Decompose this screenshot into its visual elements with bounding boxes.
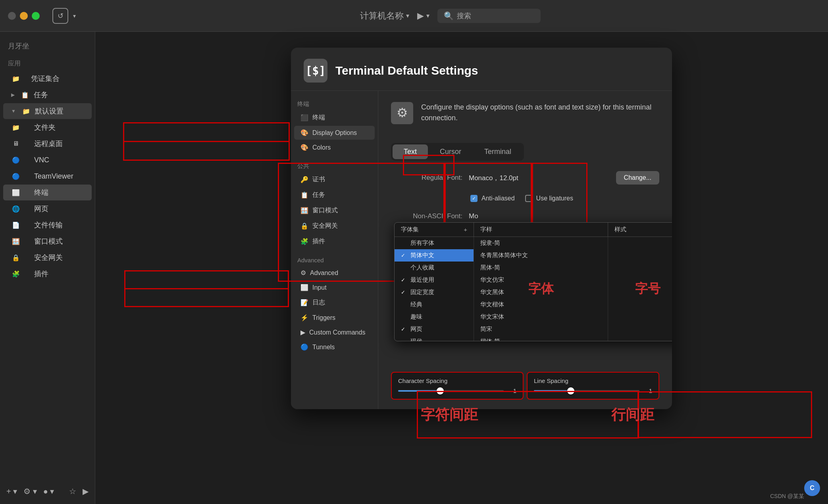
tasks2-icon: 📋 [300, 191, 308, 199]
fp-header-type: 样式 [608, 223, 672, 237]
traffic-lights [8, 12, 40, 20]
sidebar-item-web[interactable]: 🌐 网页 [3, 201, 92, 217]
sidebar-item-credentials[interactable]: 📁 凭证集合 [3, 71, 92, 87]
inner-item-advanced[interactable]: ⚙ Advanced [294, 266, 375, 280]
defaults-icon: 📁 [21, 106, 31, 116]
sidebar-section-apps: 应用 [0, 56, 95, 70]
inner-item-tunnels[interactable]: 🔵 Tunnels [294, 340, 375, 354]
search-bar[interactable]: 🔍 搜索 [437, 9, 541, 23]
window-mode-icon: 🪟 [11, 237, 21, 246]
font-picker-body: 所有字体 ✓ 简体中文 个人收藏 ✓ [395, 237, 672, 341]
window2-icon: 🪟 [300, 207, 308, 214]
sidebar-item-plugins[interactable]: 🧩 插件 [3, 266, 92, 282]
inner-item-triggers[interactable]: ⚡ Triggers [294, 311, 375, 325]
fp-group-classic[interactable]: 经典 [395, 298, 474, 311]
inner-item-terminal[interactable]: ⬛ 终端 [294, 110, 375, 125]
fp-font-baoli[interactable]: 报隶-简 [474, 237, 608, 249]
play-button[interactable]: ▶▾ [417, 11, 429, 21]
computer-name[interactable]: 计算机名称 ▾ [360, 10, 409, 22]
fp-group-fixed-width[interactable]: ✓ 固定宽度 [395, 286, 474, 298]
fp-font-fangsong[interactable]: 华文仿宋 [474, 274, 608, 286]
use-ligatures-label: Use ligatures [536, 195, 573, 202]
regular-font-row: Regular Font: Monaco，12.0pt Change... [391, 169, 659, 187]
line-spacing-thumb[interactable] [567, 387, 574, 394]
regular-font-label: Regular Font: [391, 174, 462, 182]
line-spacing-box: Line Spacing 1 [527, 372, 659, 400]
sidebar-item-window-mode[interactable]: 🪟 窗口模式 [3, 233, 92, 249]
sidebar-item-remote-desktop[interactable]: 🖥 远程桌面 [3, 136, 92, 152]
line-spacing-value: 1 [644, 387, 652, 394]
use-ligatures-checkbox[interactable] [525, 195, 532, 202]
fp-font-heiti2[interactable]: 华文黑体 [474, 286, 608, 298]
sidebar-item-terminal[interactable]: ⬜ 终端 [3, 185, 92, 200]
inner-item-certificate[interactable]: 🔑 证书 [294, 172, 375, 187]
font-picker-dropdown: 字体集 + 字样 样式 大小 [394, 222, 672, 341]
fp-group-fun[interactable]: 趣味 [395, 311, 474, 323]
annotation-line-spacing: 行间距 [611, 405, 654, 425]
account-button[interactable]: ● ▾ [43, 487, 54, 496]
spacing-section: Character Spacing 1 Line Spac [391, 372, 659, 400]
teamviewer-icon: 🔵 [11, 171, 21, 181]
add-button[interactable]: + ▾ [6, 487, 17, 496]
char-spacing-thumb[interactable] [437, 387, 444, 394]
regular-font-value: Monaco，12.0pt [469, 173, 518, 183]
settings-button[interactable]: ⚙ ▾ [23, 487, 37, 496]
inner-item-display-options[interactable]: 🎨 Display Options [294, 126, 375, 140]
description-box: ⚙ Configure the display options (such as… [391, 102, 659, 135]
input-icon: ⬜ [300, 284, 308, 291]
nav-chevron: ▾ [73, 13, 76, 19]
inner-item-colors[interactable]: 🎨 Colors [294, 140, 375, 154]
fp-group-modern[interactable]: 现代 [395, 335, 474, 341]
tasks-icon: 📋 [20, 90, 30, 100]
inner-item-tasks2[interactable]: 📋 任务 [294, 188, 375, 202]
play-side-button[interactable]: ▶ [83, 487, 89, 496]
add-family-button[interactable]: + [464, 226, 467, 233]
plugins2-icon: 🧩 [300, 238, 308, 245]
web-icon: 🌐 [11, 204, 21, 214]
tab-text[interactable]: Text [393, 144, 428, 159]
sidebar-item-security[interactable]: 🔒 安全网关 [3, 250, 92, 265]
modal-app-icon: [$] [304, 59, 327, 83]
fp-group-recent[interactable]: ✓ 最近使用 [395, 274, 474, 286]
fp-group-web[interactable]: ✓ 网页 [395, 323, 474, 335]
maximize-button[interactable] [32, 12, 40, 20]
inner-item-log[interactable]: 📝 日志 [294, 295, 375, 310]
tab-terminal[interactable]: Terminal [473, 144, 522, 159]
inner-item-input[interactable]: ⬜ Input [294, 281, 375, 294]
description-text: Configure the display options (such as f… [421, 102, 659, 123]
fp-group-favorites[interactable]: 个人收藏 [395, 262, 474, 274]
modal-header: [$] Terminal Default Settings [291, 48, 672, 91]
sidebar-item-folder[interactable]: 📁 文件夹 [3, 119, 92, 135]
tab-cursor[interactable]: Cursor [429, 144, 472, 159]
fp-font-donggying[interactable]: 冬青黑体简体中文 [474, 249, 608, 262]
char-spacing-value: 1 [508, 387, 516, 394]
fp-font-songti[interactable]: 华文宋体 [474, 311, 608, 323]
sidebar-item-defaults[interactable]: ▼ 📁 默认设置 [3, 103, 92, 119]
sidebar-item-vnc[interactable]: 🔵 VNC [3, 152, 92, 168]
non-ascii-font-value: Mo [469, 212, 478, 220]
inner-item-plugins2[interactable]: 🧩 插件 [294, 234, 375, 249]
line-spacing-fill [534, 390, 571, 392]
sidebar-item-teamviewer[interactable]: 🔵 TeamViewer [3, 168, 92, 184]
fp-font-kaiti[interactable]: 华文楷体 [474, 298, 608, 311]
fp-font-jiansong[interactable]: 简宋 [474, 323, 608, 335]
tab-bar: Text Cursor Terminal [391, 143, 524, 161]
inner-item-custom-commands[interactable]: ▶ Custom Commands [294, 325, 375, 339]
fp-group-all[interactable]: 所有字体 [395, 237, 474, 249]
star-button[interactable]: ☆ [69, 487, 76, 496]
sidebar-item-file-transfer[interactable]: 📄 文件传输 [3, 217, 92, 233]
fp-font-heiti[interactable]: 黑体-简 [474, 262, 608, 274]
sidebar-item-tasks[interactable]: ▶ 📋 任务 [3, 87, 92, 103]
fp-font-kaiti2[interactable]: 楷体-简 [474, 335, 608, 341]
fp-group-simplified-chinese[interactable]: ✓ 简体中文 [395, 249, 474, 262]
close-button[interactable] [8, 12, 16, 20]
font-names-column: 报隶-简 冬青黑体简体中文 黑体-简 华文仿宋 华文黑体 华文楷体 华文宋体 简… [474, 237, 608, 341]
titlebar: ↺ ▾ 计算机名称 ▾ ▶▾ 🔍 搜索 [0, 0, 828, 32]
inner-item-window2[interactable]: 🪟 窗口模式 [294, 203, 375, 218]
anti-aliased-checkbox[interactable]: ✓ [470, 195, 478, 202]
change-font-button[interactable]: Change... [616, 171, 659, 185]
back-icon[interactable]: ↺ [52, 8, 68, 24]
minimize-button[interactable] [20, 12, 28, 20]
fp-check-web: ✓ [401, 326, 407, 332]
inner-item-security2[interactable]: 🔒 安全网关 [294, 219, 375, 233]
